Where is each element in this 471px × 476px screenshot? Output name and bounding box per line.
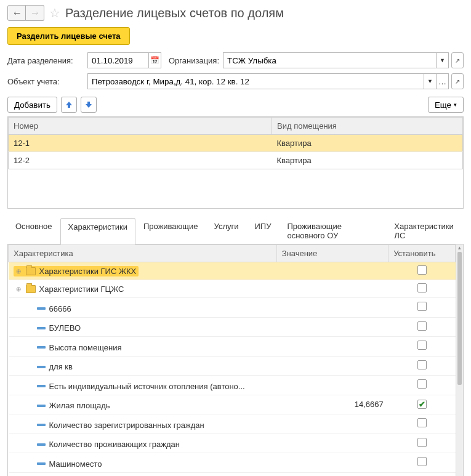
set-checkbox[interactable]	[417, 283, 427, 292]
col-type[interactable]: Вид помещения	[272, 118, 463, 135]
back-button[interactable]: 🡐	[7, 5, 26, 21]
arrow-up-icon	[65, 102, 73, 108]
org-open-button[interactable]: ↗	[451, 52, 464, 68]
set-checkbox[interactable]	[417, 457, 427, 466]
char-name-cell: Машиноместо	[25, 459, 105, 469]
char-row[interactable]: ⊕Характеристики ГЦЖС	[9, 280, 456, 298]
item-icon	[37, 405, 46, 407]
col-char-name[interactable]: Характеристика	[9, 245, 277, 262]
char-name-cell: Есть индивидуальный источник отопления (…	[25, 381, 248, 392]
char-name-cell: ⊕Характеристики ГЦЖС	[14, 284, 127, 294]
cell-type: Квартира	[272, 135, 463, 152]
col-char-set[interactable]: Установить	[388, 245, 456, 262]
tab[interactable]: Характеристики ЛС	[386, 217, 464, 244]
char-name-cell: ⊕Характеристики ГИС ЖКХ	[14, 266, 139, 276]
char-row[interactable]: Количество зарегистрированных граждан	[9, 414, 456, 434]
col-number[interactable]: Номер	[9, 118, 272, 135]
char-name: Характеристики ГИС ЖКХ	[39, 267, 137, 276]
org-dropdown-button[interactable]: ▼	[437, 52, 449, 68]
char-row[interactable]: 66666	[9, 298, 456, 318]
tabs: ОсновноеХарактеристикиПроживающиеУслугиИ…	[7, 217, 464, 244]
char-row[interactable]: Машиноместо	[9, 453, 456, 473]
scroll-up-icon: ▴	[456, 244, 463, 251]
date-input[interactable]	[87, 52, 149, 68]
cell-number: 12-2	[9, 152, 272, 169]
folder-icon	[26, 267, 36, 275]
char-row[interactable]: норматив воды	[9, 472, 456, 476]
set-checkbox[interactable]	[417, 341, 427, 350]
char-name-cell: Высота помещения	[25, 342, 124, 353]
set-checkbox[interactable]	[417, 302, 427, 311]
obj-dropdown-button[interactable]: ▼	[424, 73, 437, 89]
char-name: Характеристики ГЦЖС	[39, 284, 124, 294]
add-button[interactable]: Добавить	[7, 97, 57, 113]
obj-open-button[interactable]: ↗	[451, 73, 464, 89]
char-value	[276, 298, 388, 318]
item-icon	[37, 346, 46, 349]
tab[interactable]: Характеристики	[60, 218, 135, 244]
move-down-button[interactable]	[81, 97, 97, 113]
more-button[interactable]: Еще ▾	[428, 97, 464, 113]
char-name: БУЛЕВО	[49, 323, 81, 333]
char-value	[276, 262, 388, 280]
set-checkbox[interactable]	[417, 438, 427, 447]
set-checkbox[interactable]	[417, 418, 427, 427]
item-icon	[37, 307, 46, 310]
expand-icon[interactable]: ⊕	[16, 268, 22, 275]
char-value	[276, 472, 388, 476]
arrow-down-icon	[85, 102, 92, 108]
set-checkbox[interactable]	[417, 265, 427, 275]
table-row[interactable]: 12-1Квартира	[9, 135, 463, 152]
char-value	[276, 453, 388, 473]
char-row[interactable]: БУЛЕВО	[9, 317, 456, 337]
favorite-star-icon[interactable]: ☆	[49, 6, 60, 20]
set-checkbox[interactable]	[417, 379, 427, 389]
char-name-cell: Количество проживающих граждан	[25, 439, 182, 450]
set-checkbox[interactable]	[417, 360, 427, 369]
char-row[interactable]: Есть индивидуальный источник отопления (…	[9, 376, 456, 395]
split-accounts-button[interactable]: Разделить лицевые счета	[7, 27, 130, 45]
date-picker-button[interactable]: 📅	[149, 52, 161, 68]
obj-select-button[interactable]: …	[437, 73, 449, 89]
char-name: Высота помещения	[49, 343, 122, 352]
scrollbar[interactable]: ▴ ▾	[456, 244, 463, 476]
open-icon: ↗	[455, 78, 460, 85]
tab[interactable]: ИПУ	[247, 217, 280, 244]
arrow-left-icon: 🡐	[14, 10, 20, 17]
char-name: Есть индивидуальный источник отопления (…	[49, 382, 245, 391]
char-name-cell: Количество зарегистрированных граждан	[25, 420, 207, 430]
set-checkbox[interactable]: ✔	[417, 400, 427, 409]
obj-input[interactable]	[87, 73, 424, 89]
char-row[interactable]: ⊕Характеристики ГИС ЖКХ	[9, 262, 456, 280]
char-value	[276, 414, 388, 434]
set-checkbox[interactable]	[417, 321, 427, 331]
char-row[interactable]: Жилая площадь14,6667✔	[9, 395, 456, 414]
char-row[interactable]: Высота помещения	[9, 337, 456, 357]
forward-button[interactable]: 🡒	[26, 5, 44, 21]
char-row[interactable]: для кв	[9, 356, 456, 376]
cell-number: 12-1	[9, 135, 272, 152]
scroll-thumb[interactable]	[457, 252, 462, 385]
move-up-button[interactable]	[61, 97, 77, 113]
item-icon	[37, 385, 46, 387]
char-value	[276, 280, 388, 298]
expand-icon[interactable]: ⊕	[16, 286, 22, 292]
org-label: Организация:	[169, 56, 223, 65]
tab[interactable]: Основное	[7, 217, 60, 244]
char-value: 14,6667	[276, 395, 388, 414]
cell-type: Квартира	[272, 152, 463, 169]
char-name: 66666	[49, 304, 71, 313]
accounts-table: Номер Вид помещения 12-1Квартира12-2Квар…	[7, 116, 464, 209]
col-char-value[interactable]: Значение	[276, 245, 388, 262]
char-row[interactable]: Количество проживающих граждан	[9, 434, 456, 453]
tab[interactable]: Услуги	[206, 217, 247, 244]
tab[interactable]: Проживающие	[135, 217, 206, 244]
table-row[interactable]: 12-2Квартира	[9, 152, 463, 169]
org-input[interactable]	[223, 52, 437, 68]
char-name: Жилая площадь	[49, 401, 110, 410]
char-value	[276, 376, 388, 395]
char-value	[276, 356, 388, 376]
char-name: Количество зарегистрированных граждан	[49, 421, 204, 430]
tab[interactable]: Проживающие основного ОУ	[279, 217, 386, 244]
item-icon	[37, 443, 46, 446]
